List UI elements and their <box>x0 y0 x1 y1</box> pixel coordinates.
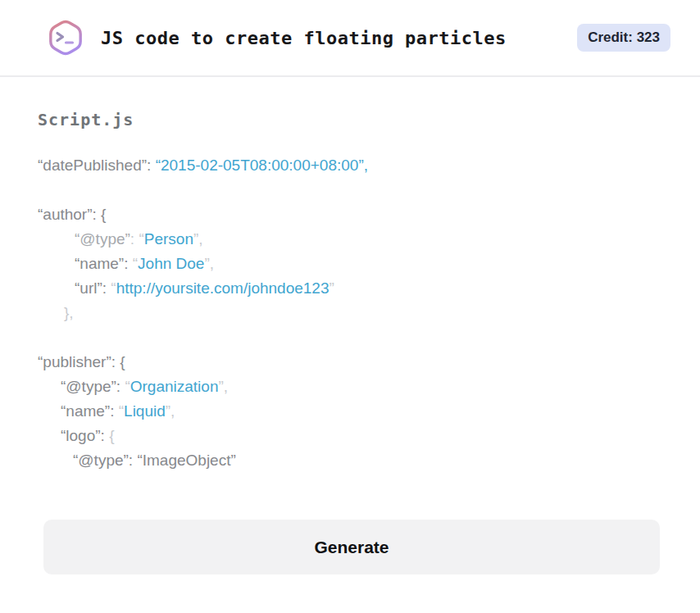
code-segment: “datePublished”: <box>38 157 156 174</box>
code-segment: ”, <box>204 255 214 272</box>
code-line: “url”: “http://yoursite.com/johndoe123” <box>38 276 661 301</box>
code-segment: “author”: { <box>38 206 106 223</box>
code-line: “name”: “John Doe”, <box>38 252 661 276</box>
code-segment: “logo”: <box>61 427 109 444</box>
page-title: JS code to create floating particles <box>101 28 507 48</box>
code-segment: “name”: <box>75 255 133 272</box>
code-line: “@type”: “ImageObject” <box>38 448 661 473</box>
code-line: “logo”: { <box>38 424 661 448</box>
code-line: “@type”: “Organization”, <box>38 375 661 399</box>
code-segment: “publisher”: { <box>38 353 125 370</box>
code-line: }, <box>38 301 661 325</box>
code-line-blank <box>38 178 661 202</box>
code-segment: “@type”: <box>61 378 125 395</box>
code-segment: ”, <box>193 230 203 247</box>
code-segment: “@type”: “ImageObject” <box>73 452 236 469</box>
code-line-blank <box>38 325 661 350</box>
code-line: “@type”: “Person”, <box>38 227 661 252</box>
code-line: “publisher”: { <box>38 350 661 375</box>
main-content: Script.js “datePublished”: “2015-02-05T0… <box>0 110 700 574</box>
script-filename-heading: Script.js <box>38 110 661 129</box>
code-segment: Organization <box>130 378 219 395</box>
code-segment: John Doe <box>138 255 204 272</box>
credit-badge: Credit: 323 <box>577 24 670 52</box>
code-segment: “@type” <box>75 230 130 247</box>
code-line: “datePublished”: “2015-02-05T08:00:00+08… <box>38 153 661 178</box>
code-line: “name”: “Liquid”, <box>38 399 661 424</box>
code-segment: “url”: <box>75 279 111 297</box>
code-segment: “name”: <box>61 402 119 420</box>
code-segment: ”, <box>218 378 228 395</box>
code-segment: http://yoursite.com/johndoe123 <box>116 279 330 297</box>
app-header: JS code to create floating particles Cre… <box>0 0 700 77</box>
code-segment: Person <box>144 230 193 247</box>
code-output: “datePublished”: “2015-02-05T08:00:00+08… <box>38 153 661 473</box>
code-segment: ”, <box>166 402 175 420</box>
code-segment: Liquid <box>124 402 166 420</box>
code-segment: { <box>109 427 114 444</box>
code-line: “author”: { <box>38 202 661 227</box>
generate-button[interactable]: Generate <box>43 520 660 574</box>
code-segment: “2015-02-05T08:00:00+08:00”, <box>156 157 368 174</box>
code-segment: : <box>130 230 139 247</box>
terminal-prompt-hexagon-icon <box>45 17 86 58</box>
code-segment: }, <box>64 304 74 321</box>
code-segment: ” <box>330 279 334 297</box>
